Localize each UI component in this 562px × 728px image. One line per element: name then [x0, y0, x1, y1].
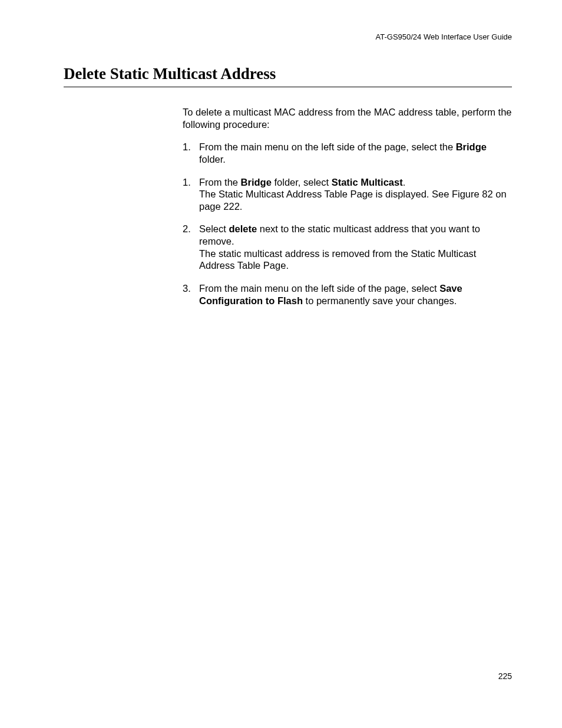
section-title: Delete Static Multicast Address — [64, 65, 512, 87]
step-number: 3. — [183, 282, 199, 307]
step-number: 1. — [183, 141, 199, 165]
page-number: 225 — [498, 671, 512, 681]
steps-list: 1.From the main menu on the left side of… — [183, 141, 512, 307]
step-body: From the main menu on the left side of t… — [199, 282, 512, 307]
step-item: 1.From the main menu on the left side of… — [183, 141, 512, 165]
step-body: From the Bridge folder, select Static Mu… — [199, 176, 512, 213]
step-item: 3.From the main menu on the left side of… — [183, 282, 512, 307]
step-text: From the main menu on the left side of t… — [199, 141, 512, 165]
step-subtext: The static multicast address is removed … — [199, 248, 512, 272]
doc-header: AT-GS950/24 Web Interface User Guide — [376, 32, 512, 41]
step-text: From the main menu on the left side of t… — [199, 282, 512, 307]
step-text: Select delete next to the static multica… — [199, 223, 512, 247]
step-item: 1.From the Bridge folder, select Static … — [183, 176, 512, 213]
body-content: To delete a multicast MAC address from t… — [183, 106, 512, 317]
step-subtext: The Static Multicast Address Table Page … — [199, 188, 512, 212]
step-number: 1. — [183, 176, 199, 213]
step-item: 2.Select delete next to the static multi… — [183, 223, 512, 272]
step-body: Select delete next to the static multica… — [199, 223, 512, 272]
step-body: From the main menu on the left side of t… — [199, 141, 512, 165]
step-text: From the Bridge folder, select Static Mu… — [199, 176, 512, 189]
intro-paragraph: To delete a multicast MAC address from t… — [183, 106, 512, 130]
step-number: 2. — [183, 223, 199, 272]
